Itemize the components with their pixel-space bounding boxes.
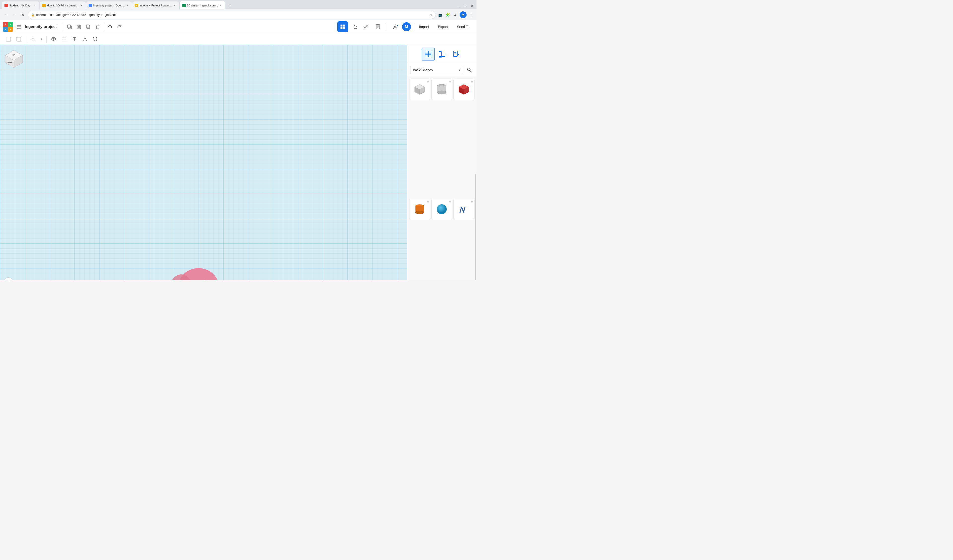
user-avatar[interactable]: M (402, 22, 411, 31)
toolbar-separator-4 (413, 23, 413, 31)
undo-button[interactable] (106, 22, 115, 31)
svg-rect-26 (6, 37, 11, 42)
tab-3dprint[interactable]: How to 3D Print a Jewel... ✕ (40, 2, 85, 9)
address-bar[interactable]: 🔒 tinkercad.com/things/kUzZZ4J9viV-ingen… (28, 11, 436, 19)
toolbar-separator-3 (387, 23, 387, 31)
svg-rect-87 (428, 54, 431, 57)
extensions-icon[interactable]: 🧩 (445, 12, 451, 18)
tab-tinkercad-close[interactable]: ✕ (219, 4, 223, 7)
toolbar-separator-2 (104, 23, 104, 30)
tab-student[interactable]: Student : My Day ✕ (2, 2, 39, 9)
tab-bar: Student : My Day ✕ How to 3D Print a Jew… (0, 0, 476, 9)
svg-marker-98 (457, 54, 459, 56)
canvas-area[interactable]: 1 COR 13:4-7 TOP FRONT (0, 45, 407, 280)
reload-button[interactable]: ↻ (19, 11, 26, 19)
shape-cylinder-hole-star[interactable]: ★ (449, 80, 451, 83)
tab-roadmap[interactable]: 📋 Ingenuity Project Roadm... ✕ (132, 2, 179, 9)
shape-box-red-star[interactable]: ★ (471, 80, 473, 83)
add-user-button[interactable] (390, 21, 401, 32)
shape-text-star[interactable]: ★ (471, 200, 473, 203)
downloads-icon[interactable]: ⬇ (452, 12, 458, 18)
svg-rect-86 (425, 54, 428, 57)
menu-icon[interactable]: ⋮ (468, 12, 474, 18)
svg-rect-6 (78, 25, 80, 26)
window-maximize[interactable]: ❐ (462, 3, 469, 9)
tab-student-title: Student : My Day (9, 4, 32, 7)
send-to-button[interactable]: Send To (453, 23, 473, 31)
light-dropdown[interactable]: ▼ (39, 36, 44, 43)
view-tool-1[interactable] (49, 35, 58, 43)
shape-cylinder-hole[interactable]: ★ (431, 79, 452, 100)
shapes-grid: ★ ★ ★ ★ ★ (407, 77, 476, 280)
app-container: T I N K Ingenuity project (0, 20, 476, 280)
duplicate-button[interactable] (84, 22, 93, 31)
tab-google-close[interactable]: ✕ (126, 4, 129, 7)
tab-google-title: Ingenuity project - Goog... (93, 4, 125, 7)
svg-rect-11 (96, 26, 99, 29)
window-minimize[interactable]: — (455, 3, 462, 9)
shape-box[interactable]: ★ (409, 79, 430, 100)
home-button[interactable] (4, 277, 13, 280)
svg-text:FRONT: FRONT (6, 61, 13, 63)
paste-button[interactable] (75, 22, 83, 31)
viewport-cube[interactable]: TOP FRONT (4, 49, 24, 69)
tab-google[interactable]: Ingenuity project - Goog... ✕ (86, 2, 132, 9)
svg-rect-84 (425, 51, 428, 54)
view-tool-2[interactable] (60, 35, 68, 43)
shapes-dropdown[interactable]: Basic Shapes ⇅ (410, 66, 463, 74)
shape-cylinder[interactable]: ★ (409, 199, 430, 220)
svg-rect-16 (340, 27, 343, 29)
left-controls: + − (4, 277, 13, 280)
light-button[interactable] (28, 35, 37, 43)
shapes-header: Basic Shapes ⇅ (407, 63, 476, 77)
bookmark-icon[interactable]: ☆ (429, 13, 433, 17)
window-close[interactable]: ✕ (469, 3, 475, 9)
project-name: Ingenuity project (25, 25, 57, 29)
copy-button[interactable] (65, 22, 74, 31)
tinkercad-logo[interactable]: T I N K (3, 22, 13, 32)
shape-tool-1[interactable] (4, 35, 13, 43)
back-button[interactable]: ← (3, 11, 9, 19)
view-tool-3[interactable] (70, 35, 79, 43)
tab-3dprint-close[interactable]: ✕ (80, 4, 83, 7)
notes-button[interactable] (373, 21, 384, 32)
shape-box-star[interactable]: ★ (427, 80, 429, 83)
svg-rect-2 (17, 28, 21, 28)
forward-button[interactable]: → (11, 11, 18, 19)
shape-sphere[interactable]: ★ (431, 199, 452, 220)
delete-button[interactable] (93, 22, 102, 31)
profile-avatar[interactable]: M (459, 11, 467, 19)
shape-box-red[interactable]: ★ (453, 79, 475, 100)
hand-tool-button[interactable] (349, 21, 360, 32)
tab-tinkercad[interactable]: T 3D design Ingenuity pro... ✕ (179, 1, 225, 9)
export-button[interactable]: Export (434, 23, 452, 31)
main-area: 1 COR 13:4-7 TOP FRONT (0, 45, 476, 280)
svg-rect-4 (67, 25, 70, 28)
svg-point-59 (192, 271, 210, 280)
panel-grid-icon[interactable] (422, 48, 435, 60)
grid-view-button[interactable] (337, 21, 348, 32)
tab-student-close[interactable]: ✕ (33, 4, 37, 7)
search-shapes-button[interactable] (465, 66, 473, 74)
svg-rect-15 (343, 25, 345, 26)
toolbar-separator-1 (63, 23, 63, 31)
shape-sphere-star[interactable]: ★ (449, 200, 451, 203)
view-tool-4[interactable] (81, 35, 89, 43)
redo-button[interactable] (115, 22, 124, 31)
scene-svg: 1 COR 13:4-7 (92, 212, 315, 280)
shape-tool-2[interactable] (14, 35, 23, 43)
scene-3d: 1 COR 13:4-7 (0, 45, 407, 280)
measure-tool-button[interactable] (361, 21, 372, 32)
new-tab-button[interactable]: + (226, 3, 233, 9)
cast-icon[interactable]: 📺 (437, 12, 443, 18)
panel-ruler-icon[interactable] (436, 48, 449, 60)
shape-text-n[interactable]: ★ N (453, 199, 475, 220)
shape-cylinder-star[interactable]: ★ (427, 200, 429, 203)
svg-point-107 (437, 91, 446, 94)
magnet-tool[interactable] (91, 35, 100, 43)
tab-roadmap-close[interactable]: ✕ (173, 4, 177, 7)
panel-scrollbar[interactable] (475, 174, 476, 280)
panel-notes-icon[interactable] (449, 48, 463, 60)
list-icon[interactable] (15, 23, 23, 31)
import-button[interactable]: Import (415, 23, 433, 31)
